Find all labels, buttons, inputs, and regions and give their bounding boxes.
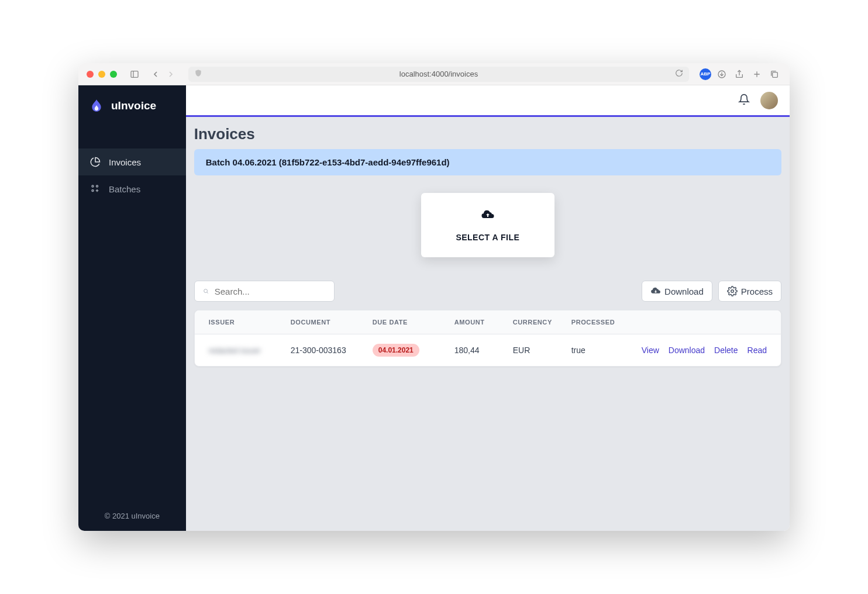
- search-box[interactable]: [194, 281, 335, 302]
- button-label: Download: [664, 286, 704, 296]
- col-due-date: DUE DATE: [373, 319, 454, 326]
- browser-window: localhost:4000/invoices ABP: [78, 63, 790, 531]
- svg-point-9: [97, 185, 98, 187]
- minimize-window[interactable]: [98, 71, 105, 78]
- close-window[interactable]: [87, 71, 94, 78]
- svg-line-14: [207, 292, 208, 293]
- cell-document: 21-300-003163: [291, 346, 373, 355]
- footer-copyright: © 2021 uInvoice: [78, 501, 186, 531]
- cloud-upload-icon: [478, 208, 497, 222]
- search-input[interactable]: [215, 286, 326, 296]
- action-view[interactable]: View: [642, 346, 659, 355]
- file-dropzone[interactable]: SELECT A FILE: [421, 193, 554, 257]
- action-download[interactable]: Download: [669, 346, 705, 355]
- process-button[interactable]: Process: [718, 281, 781, 302]
- action-delete[interactable]: Delete: [714, 346, 738, 355]
- window-controls: [87, 71, 117, 78]
- grid-plus-icon: [90, 184, 101, 194]
- brand-name: uInvoice: [111, 99, 156, 112]
- dropzone-label: SELECT A FILE: [433, 233, 543, 242]
- address-bar[interactable]: localhost:4000/invoices: [188, 67, 689, 82]
- batch-banner: Batch 04.06.2021 (81f5b722-e153-4bd7-aed…: [194, 149, 781, 175]
- svg-point-10: [92, 190, 94, 192]
- url-text: localhost:4000/invoices: [399, 70, 478, 78]
- pie-chart-icon: [90, 157, 101, 167]
- cell-currency: EUR: [513, 346, 571, 355]
- avatar[interactable]: [760, 92, 778, 109]
- col-processed: PROCESSED: [571, 319, 642, 326]
- col-document: DOCUMENT: [291, 319, 373, 326]
- search-icon: [203, 286, 209, 296]
- downloads-icon[interactable]: [715, 67, 729, 81]
- sidebar-item-label: Invoices: [109, 157, 141, 167]
- topbar: [186, 85, 790, 117]
- svg-point-13: [204, 289, 207, 293]
- abp-badge[interactable]: ABP: [700, 68, 711, 80]
- cell-processed: true: [571, 346, 642, 355]
- svg-point-15: [731, 290, 734, 293]
- new-tab-icon[interactable]: [750, 67, 764, 81]
- reload-icon[interactable]: [675, 69, 683, 79]
- svg-rect-7: [773, 72, 778, 77]
- download-button[interactable]: Download: [642, 281, 712, 302]
- svg-rect-0: [131, 71, 138, 77]
- table-header: ISSUER DOCUMENT DUE DATE AMOUNT CURRENCY…: [195, 310, 781, 334]
- gear-icon: [727, 286, 738, 296]
- col-currency: CURRENCY: [513, 319, 571, 326]
- brand: uInvoice: [78, 85, 186, 131]
- main-content: Invoices Batch 04.06.2021 (81f5b722-e153…: [186, 85, 790, 531]
- sidebar-item-batches[interactable]: Batches: [78, 175, 186, 202]
- cell-amount: 180,44: [454, 346, 513, 355]
- due-date-pill: 04.01.2021: [373, 344, 419, 357]
- forward-button[interactable]: [164, 67, 178, 81]
- svg-point-8: [92, 185, 94, 187]
- tabs-icon[interactable]: [767, 67, 781, 81]
- sidebar-item-invoices[interactable]: Invoices: [78, 148, 186, 175]
- cell-issuer: redacted issuer: [209, 346, 291, 355]
- sidebar-item-label: Batches: [109, 184, 140, 194]
- table-row: redacted issuer 21-300-003163 04.01.2021…: [195, 334, 781, 366]
- sidebar-toggle-icon[interactable]: [128, 67, 142, 81]
- button-label: Process: [741, 286, 773, 296]
- shield-icon: [194, 69, 202, 79]
- page-title: Invoices: [194, 125, 781, 143]
- notifications-icon[interactable]: [738, 94, 750, 108]
- col-amount: AMOUNT: [454, 319, 513, 326]
- col-issuer: ISSUER: [209, 319, 291, 326]
- cloud-download-icon: [650, 286, 661, 296]
- invoices-table: ISSUER DOCUMENT DUE DATE AMOUNT CURRENCY…: [194, 310, 781, 367]
- back-button[interactable]: [149, 67, 163, 81]
- sidebar: uInvoice Invoices Batches © 2021 uInvoic…: [78, 85, 186, 531]
- share-icon[interactable]: [732, 67, 746, 81]
- browser-titlebar: localhost:4000/invoices ABP: [78, 63, 790, 85]
- action-read[interactable]: Read: [748, 346, 767, 355]
- brand-logo-icon: [89, 98, 104, 113]
- maximize-window[interactable]: [110, 71, 117, 78]
